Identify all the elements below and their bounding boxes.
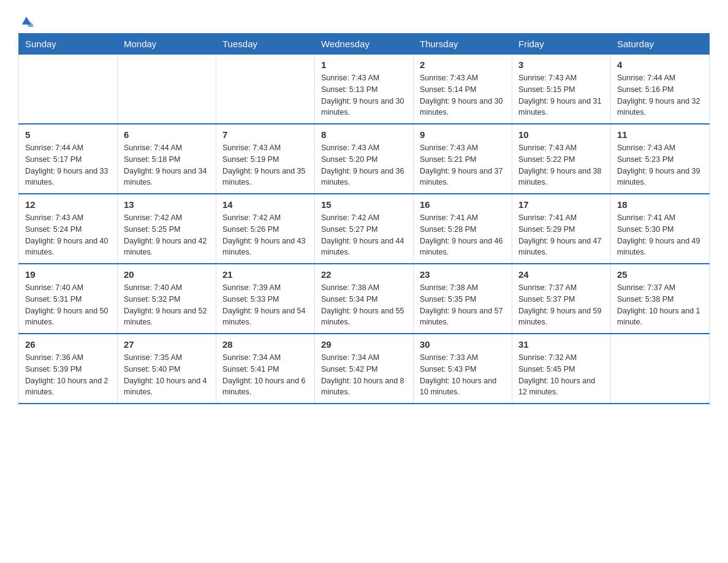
day-number: 27 — [124, 339, 210, 350]
calendar-cell: 23Sunrise: 7:38 AM Sunset: 5:35 PM Dayli… — [414, 264, 512, 334]
calendar-cell: 18Sunrise: 7:41 AM Sunset: 5:30 PM Dayli… — [611, 194, 710, 264]
day-number: 10 — [518, 129, 604, 140]
calendar-cell — [19, 55, 118, 124]
calendar-cell: 21Sunrise: 7:39 AM Sunset: 5:33 PM Dayli… — [216, 264, 315, 334]
day-number: 18 — [617, 199, 703, 210]
calendar-cell: 6Sunrise: 7:44 AM Sunset: 5:18 PM Daylig… — [118, 124, 216, 194]
day-number: 28 — [222, 339, 308, 350]
calendar-cell: 13Sunrise: 7:42 AM Sunset: 5:25 PM Dayli… — [118, 194, 216, 264]
calendar-cell: 14Sunrise: 7:42 AM Sunset: 5:26 PM Dayli… — [216, 194, 315, 264]
day-number: 2 — [420, 59, 506, 70]
day-sun-info: Sunrise: 7:38 AM Sunset: 5:34 PM Dayligh… — [321, 282, 407, 328]
calendar-cell: 26Sunrise: 7:36 AM Sunset: 5:39 PM Dayli… — [19, 334, 118, 404]
day-number: 1 — [321, 59, 407, 70]
day-sun-info: Sunrise: 7:34 AM Sunset: 5:41 PM Dayligh… — [222, 352, 308, 398]
day-number: 6 — [124, 129, 210, 140]
calendar-cell: 11Sunrise: 7:43 AM Sunset: 5:23 PM Dayli… — [611, 124, 710, 194]
weekday-header-thursday: Thursday — [414, 34, 512, 55]
day-number: 12 — [25, 199, 111, 210]
day-sun-info: Sunrise: 7:36 AM Sunset: 5:39 PM Dayligh… — [25, 352, 111, 398]
day-sun-info: Sunrise: 7:42 AM Sunset: 5:26 PM Dayligh… — [222, 212, 308, 258]
day-number: 26 — [25, 339, 111, 350]
calendar-cell — [118, 55, 216, 124]
calendar-cell: 5Sunrise: 7:44 AM Sunset: 5:17 PM Daylig… — [19, 124, 118, 194]
calendar-cell: 24Sunrise: 7:37 AM Sunset: 5:37 PM Dayli… — [512, 264, 611, 334]
weekday-header-wednesday: Wednesday — [315, 34, 414, 55]
day-sun-info: Sunrise: 7:43 AM Sunset: 5:24 PM Dayligh… — [25, 212, 111, 258]
calendar-cell: 8Sunrise: 7:43 AM Sunset: 5:20 PM Daylig… — [315, 124, 414, 194]
calendar-cell: 10Sunrise: 7:43 AM Sunset: 5:22 PM Dayli… — [512, 124, 611, 194]
day-sun-info: Sunrise: 7:44 AM Sunset: 5:16 PM Dayligh… — [617, 72, 703, 118]
calendar-cell: 1Sunrise: 7:43 AM Sunset: 5:13 PM Daylig… — [315, 55, 414, 124]
calendar-cell: 17Sunrise: 7:41 AM Sunset: 5:29 PM Dayli… — [512, 194, 611, 264]
day-sun-info: Sunrise: 7:37 AM Sunset: 5:38 PM Dayligh… — [617, 282, 703, 328]
calendar-table: SundayMondayTuesdayWednesdayThursdayFrid… — [18, 33, 710, 404]
day-number: 5 — [25, 129, 111, 140]
day-number: 30 — [420, 339, 506, 350]
day-number: 22 — [321, 269, 407, 280]
day-sun-info: Sunrise: 7:37 AM Sunset: 5:37 PM Dayligh… — [518, 282, 604, 328]
calendar-cell: 9Sunrise: 7:43 AM Sunset: 5:21 PM Daylig… — [414, 124, 512, 194]
day-number: 9 — [420, 129, 506, 140]
calendar-cell: 31Sunrise: 7:32 AM Sunset: 5:45 PM Dayli… — [512, 334, 611, 404]
calendar-week-row: 5Sunrise: 7:44 AM Sunset: 5:17 PM Daylig… — [19, 124, 710, 194]
day-sun-info: Sunrise: 7:43 AM Sunset: 5:21 PM Dayligh… — [420, 142, 506, 188]
calendar-week-row: 19Sunrise: 7:40 AM Sunset: 5:31 PM Dayli… — [19, 264, 710, 334]
day-sun-info: Sunrise: 7:42 AM Sunset: 5:27 PM Dayligh… — [321, 212, 407, 258]
day-sun-info: Sunrise: 7:44 AM Sunset: 5:18 PM Dayligh… — [124, 142, 210, 188]
day-sun-info: Sunrise: 7:43 AM Sunset: 5:14 PM Dayligh… — [420, 72, 506, 118]
calendar-header: SundayMondayTuesdayWednesdayThursdayFrid… — [19, 34, 710, 55]
day-sun-info: Sunrise: 7:43 AM Sunset: 5:15 PM Dayligh… — [518, 72, 604, 118]
day-number: 21 — [222, 269, 308, 280]
weekday-header-row: SundayMondayTuesdayWednesdayThursdayFrid… — [19, 34, 710, 55]
calendar-cell: 22Sunrise: 7:38 AM Sunset: 5:34 PM Dayli… — [315, 264, 414, 334]
day-sun-info: Sunrise: 7:40 AM Sunset: 5:31 PM Dayligh… — [25, 282, 111, 328]
day-sun-info: Sunrise: 7:43 AM Sunset: 5:13 PM Dayligh… — [321, 72, 407, 118]
day-sun-info: Sunrise: 7:43 AM Sunset: 5:20 PM Dayligh… — [321, 142, 407, 188]
day-number: 20 — [124, 269, 210, 280]
weekday-header-friday: Friday — [512, 34, 611, 55]
day-sun-info: Sunrise: 7:38 AM Sunset: 5:35 PM Dayligh… — [420, 282, 506, 328]
day-number: 24 — [518, 269, 604, 280]
weekday-header-tuesday: Tuesday — [216, 34, 315, 55]
weekday-header-monday: Monday — [118, 34, 216, 55]
day-number: 3 — [518, 59, 604, 70]
day-number: 17 — [518, 199, 604, 210]
day-number: 7 — [222, 129, 308, 140]
day-number: 15 — [321, 199, 407, 210]
day-number: 14 — [222, 199, 308, 210]
weekday-header-sunday: Sunday — [19, 34, 118, 55]
calendar-cell: 29Sunrise: 7:34 AM Sunset: 5:42 PM Dayli… — [315, 334, 414, 404]
day-sun-info: Sunrise: 7:41 AM Sunset: 5:30 PM Dayligh… — [617, 212, 703, 258]
svg-marker-1 — [26, 18, 33, 27]
day-number: 4 — [617, 59, 703, 70]
calendar-cell: 3Sunrise: 7:43 AM Sunset: 5:15 PM Daylig… — [512, 55, 611, 124]
calendar-cell: 2Sunrise: 7:43 AM Sunset: 5:14 PM Daylig… — [414, 55, 512, 124]
day-sun-info: Sunrise: 7:35 AM Sunset: 5:40 PM Dayligh… — [124, 352, 210, 398]
day-sun-info: Sunrise: 7:43 AM Sunset: 5:19 PM Dayligh… — [222, 142, 308, 188]
calendar-week-row: 26Sunrise: 7:36 AM Sunset: 5:39 PM Dayli… — [19, 334, 710, 404]
logo-triangle-icon — [20, 13, 33, 27]
day-number: 23 — [420, 269, 506, 280]
day-number: 31 — [518, 339, 604, 350]
day-sun-info: Sunrise: 7:39 AM Sunset: 5:33 PM Dayligh… — [222, 282, 308, 328]
day-number: 13 — [124, 199, 210, 210]
calendar-week-row: 12Sunrise: 7:43 AM Sunset: 5:24 PM Dayli… — [19, 194, 710, 264]
day-sun-info: Sunrise: 7:40 AM Sunset: 5:32 PM Dayligh… — [124, 282, 210, 328]
day-number: 29 — [321, 339, 407, 350]
day-sun-info: Sunrise: 7:41 AM Sunset: 5:28 PM Dayligh… — [420, 212, 506, 258]
day-sun-info: Sunrise: 7:44 AM Sunset: 5:17 PM Dayligh… — [25, 142, 111, 188]
weekday-header-saturday: Saturday — [611, 34, 710, 55]
logo — [18, 12, 33, 27]
calendar-cell: 27Sunrise: 7:35 AM Sunset: 5:40 PM Dayli… — [118, 334, 216, 404]
day-sun-info: Sunrise: 7:32 AM Sunset: 5:45 PM Dayligh… — [518, 352, 604, 398]
calendar-cell — [216, 55, 315, 124]
day-sun-info: Sunrise: 7:34 AM Sunset: 5:42 PM Dayligh… — [321, 352, 407, 398]
day-number: 16 — [420, 199, 506, 210]
calendar-cell: 12Sunrise: 7:43 AM Sunset: 5:24 PM Dayli… — [19, 194, 118, 264]
calendar-cell: 30Sunrise: 7:33 AM Sunset: 5:43 PM Dayli… — [414, 334, 512, 404]
page-header — [18, 12, 710, 27]
calendar-cell: 7Sunrise: 7:43 AM Sunset: 5:19 PM Daylig… — [216, 124, 315, 194]
day-sun-info: Sunrise: 7:42 AM Sunset: 5:25 PM Dayligh… — [124, 212, 210, 258]
calendar-week-row: 1Sunrise: 7:43 AM Sunset: 5:13 PM Daylig… — [19, 55, 710, 124]
